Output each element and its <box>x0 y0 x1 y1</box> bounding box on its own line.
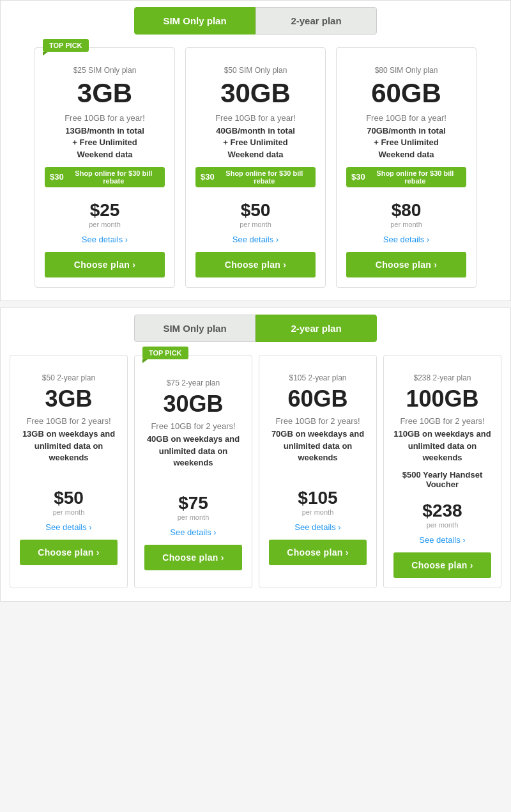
price: $80 <box>346 200 466 221</box>
per-month: per month <box>144 513 242 521</box>
choose-plan-button[interactable]: Choose plan › <box>20 540 118 565</box>
see-details-link[interactable]: See details › <box>346 235 466 244</box>
top-pick-badge: TOP PICK <box>43 39 89 52</box>
voucher-text: $500 Yearly Handset Voucher <box>393 470 491 489</box>
see-details-link[interactable]: See details › <box>20 522 118 532</box>
plan-promo: Free 10GB for a year! <box>346 113 466 123</box>
plan-total: 70GB on weekdays and unlimited data on w… <box>269 428 367 464</box>
plan-total: 13GB on weekdays and unlimited data on w… <box>20 428 118 464</box>
tab-toggle-2: SIM Only plan 2-year plan <box>1 308 510 348</box>
plan-total: 70GB/month in total+ Free UnlimitedWeeke… <box>346 125 466 160</box>
cards-section2: $50 2-year plan 3GB Free 10GB for 2 year… <box>1 355 510 588</box>
choose-plan-button[interactable]: Choose plan › <box>269 540 367 565</box>
choose-plan-button[interactable]: Choose plan › <box>45 252 165 277</box>
see-details-link[interactable]: See details › <box>393 535 491 545</box>
plan-label: $238 2-year plan <box>393 373 491 382</box>
rebate-badge: $30 Shop online for $30 bill rebate <box>346 167 466 187</box>
tab-sim-only-1[interactable]: SIM Only plan <box>134 7 256 35</box>
tab-sim-only-2[interactable]: SIM Only plan <box>134 315 256 342</box>
choose-plan-button[interactable]: Choose plan › <box>393 552 491 578</box>
per-month: per month <box>45 221 165 228</box>
price: $50 <box>20 488 118 508</box>
plan-label: $50 SIM Only plan <box>195 66 316 75</box>
plan-data: 3GB <box>45 79 165 108</box>
tab-toggle-1: SIM Only plan 2-year plan <box>1 1 510 41</box>
tab-2year-1[interactable]: 2-year plan <box>256 7 377 35</box>
see-details-link[interactable]: See details › <box>144 527 242 537</box>
price: $105 <box>269 488 367 508</box>
per-month: per month <box>195 221 316 228</box>
section2: SIM Only plan 2-year plan $50 2-year pla… <box>0 308 511 602</box>
top-pick-badge: TOP PICK <box>142 347 188 359</box>
plan-data: 60GB <box>269 386 367 412</box>
rebate-badge: $30 Shop online for $30 bill rebate <box>45 167 165 187</box>
plan-data: 3GB <box>20 386 118 412</box>
section1: SIM Only plan 2-year plan TOP PICK $25 S… <box>0 0 511 301</box>
choose-plan-button[interactable]: Choose plan › <box>195 252 316 277</box>
plan-total: 110GB on weekdays and unlimited data on … <box>393 428 491 464</box>
plan-label: $50 2-year plan <box>20 373 118 382</box>
price: $25 <box>45 200 165 221</box>
rebate-text: Shop online for $30 bill rebate <box>218 169 310 185</box>
plan-card: TOP PICK $25 SIM Only plan 3GB Free 10GB… <box>34 47 175 288</box>
plan-data: 30GB <box>195 79 316 108</box>
plan-label: $105 2-year plan <box>269 373 367 382</box>
plan-promo: Free 10GB for 2 years! <box>144 421 242 431</box>
rebate-badge: $30 Shop online for $30 bill rebate <box>195 167 316 187</box>
per-month: per month <box>269 508 367 516</box>
choose-plan-button[interactable]: Choose plan › <box>144 545 242 570</box>
rebate-amount: $30 <box>351 172 365 182</box>
rebate-text: Shop online for $30 bill rebate <box>369 169 461 185</box>
plan-card: $238 2-year plan 100GB Free 10GB for 2 y… <box>383 355 501 588</box>
tab-2year-2[interactable]: 2-year plan <box>256 315 377 342</box>
per-month: per month <box>346 221 466 228</box>
rebate-amount: $30 <box>50 172 64 182</box>
per-month: per month <box>20 508 118 516</box>
plan-promo: Free 10GB for 2 years! <box>393 416 491 426</box>
plan-promo: Free 10GB for a year! <box>195 113 316 123</box>
rebate-text: Shop online for $30 bill rebate <box>68 169 160 185</box>
plan-card: $50 2-year plan 3GB Free 10GB for 2 year… <box>10 355 128 588</box>
plan-data: 60GB <box>346 79 466 108</box>
plan-total: 40GB/month in total+ Free UnlimitedWeeke… <box>195 125 316 160</box>
plan-data: 30GB <box>144 391 242 417</box>
price: $75 <box>144 493 242 513</box>
choose-plan-button[interactable]: Choose plan › <box>346 252 466 277</box>
plan-promo: Free 10GB for 2 years! <box>20 416 118 426</box>
plan-label: $75 2-year plan <box>144 379 242 387</box>
plan-promo: Free 10GB for a year! <box>45 113 165 123</box>
price: $50 <box>195 200 316 221</box>
plan-total: 13GB/month in total+ Free UnlimitedWeeke… <box>45 125 165 160</box>
plan-promo: Free 10GB for 2 years! <box>269 416 367 426</box>
rebate-amount: $30 <box>201 172 215 182</box>
plan-label: $80 SIM Only plan <box>346 66 466 75</box>
per-month: per month <box>393 521 491 529</box>
plan-card: $105 2-year plan 60GB Free 10GB for 2 ye… <box>259 355 377 588</box>
plan-data: 100GB <box>393 386 491 412</box>
plan-total: 40GB on weekdays and unlimited data on w… <box>144 433 242 469</box>
plan-card: TOP PICK $75 2-year plan 30GB Free 10GB … <box>134 355 252 588</box>
plan-card: $80 SIM Only plan 60GB Free 10GB for a y… <box>336 47 477 288</box>
see-details-link[interactable]: See details › <box>195 235 316 244</box>
see-details-link[interactable]: See details › <box>269 522 367 532</box>
plan-card: $50 SIM Only plan 30GB Free 10GB for a y… <box>185 47 326 288</box>
price: $238 <box>393 501 491 521</box>
plan-label: $25 SIM Only plan <box>45 66 165 75</box>
cards-section1: TOP PICK $25 SIM Only plan 3GB Free 10GB… <box>1 47 510 288</box>
see-details-link[interactable]: See details › <box>45 235 165 244</box>
